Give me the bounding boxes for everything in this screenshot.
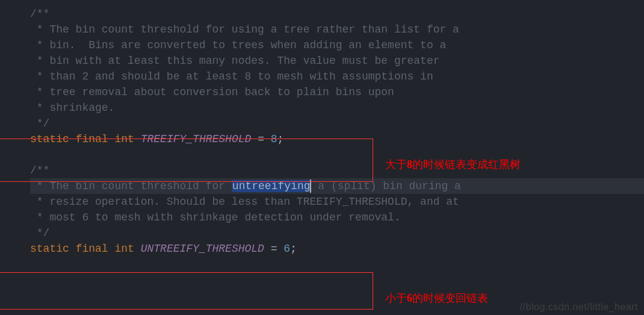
annotation-text-1: 大于8的时候链表变成红黑树: [385, 157, 521, 172]
type-int: int: [114, 243, 134, 255]
annotation-box-2: [0, 272, 373, 310]
code-line: * The bin count threshold for using a tr…: [30, 22, 644, 37]
comment-text: * shrinkage.: [30, 102, 114, 114]
op-eq: =: [258, 133, 264, 145]
comment-text: /**: [30, 8, 49, 20]
selected-word: untreeifying: [232, 180, 311, 192]
op-semi: ;: [290, 243, 297, 255]
num-6: 6: [283, 243, 290, 255]
keyword-static: static: [30, 133, 69, 145]
const-untreeify: UNTREEIFY_THRESHOLD: [141, 243, 264, 255]
keyword-final: final: [76, 243, 108, 255]
blank-line: [30, 147, 644, 163]
code-line: * shrinkage.: [30, 100, 644, 116]
comment-text: */: [30, 227, 49, 239]
code-line: * than 2 and should be at least 8 to mes…: [30, 69, 644, 84]
code-line-highlighted: * The bin count threshold for untreeifyi…: [30, 178, 644, 194]
comment-text: /**: [30, 164, 49, 176]
comment-text: * The bin count threshold for: [30, 180, 232, 192]
op-eq: =: [271, 243, 277, 255]
comment-text: */: [30, 117, 49, 129]
code-line: /**: [30, 6, 644, 22]
code-line: static final int UNTREEIFY_THRESHOLD = 6…: [30, 241, 644, 257]
keyword-static: static: [30, 243, 69, 255]
code-line: * bin with at least this many nodes. The…: [30, 53, 644, 69]
comment-text: * bin with at least this many nodes. The…: [30, 55, 440, 67]
code-line: /**: [30, 163, 644, 178]
watermark: //blog.csdn.net/little_heart: [520, 302, 638, 313]
type-int: int: [114, 133, 134, 145]
comment-text: * tree removal about conversion back to …: [30, 86, 394, 98]
code-editor[interactable]: /** * The bin count threshold for using …: [0, 0, 644, 257]
code-line: * most 6 to mesh with shrinkage detectio…: [30, 210, 644, 225]
code-line: * tree removal about conversion back to …: [30, 84, 644, 100]
annotation-text-2: 小于6的时候变回链表: [385, 290, 488, 306]
code-line: * bin. Bins are converted to trees when …: [30, 37, 644, 53]
code-line: static final int TREEIFY_THRESHOLD = 8;: [30, 131, 644, 147]
comment-text: * bin. Bins are converted to trees when …: [30, 39, 446, 51]
comment-text: * resize operation. Should be less than …: [30, 196, 459, 208]
comment-text: * than 2 and should be at least 8 to mes…: [30, 70, 433, 83]
const-treeify: TREEIFY_THRESHOLD: [141, 133, 252, 145]
code-line: */: [30, 116, 644, 131]
comment-text: a (split) bin during a: [311, 180, 460, 192]
code-line: * resize operation. Should be less than …: [30, 194, 644, 210]
code-line: */: [30, 225, 644, 241]
op-semi: ;: [277, 133, 284, 145]
keyword-final: final: [76, 133, 108, 145]
num-8: 8: [271, 133, 277, 145]
comment-text: * The bin count threshold for using a tr…: [30, 23, 459, 36]
comment-text: * most 6 to mesh with shrinkage detectio…: [30, 211, 401, 223]
